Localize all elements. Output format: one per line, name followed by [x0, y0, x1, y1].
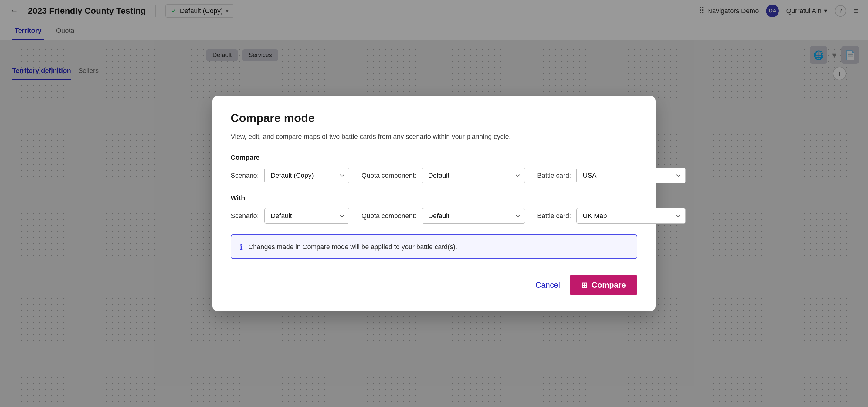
with-scenario-label: Scenario:: [231, 212, 259, 220]
with-quota-label: Quota component:: [362, 212, 416, 220]
compare-scenario-label: Scenario:: [231, 172, 259, 179]
with-section: With Scenario: Default (Copy) Default Qu…: [231, 194, 637, 224]
with-quota-select[interactable]: Default: [422, 208, 525, 224]
compare-quota-label: Quota component:: [362, 172, 416, 179]
with-quota-field: Quota component: Default: [362, 208, 525, 224]
with-scenario-select[interactable]: Default (Copy) Default: [265, 208, 349, 224]
cancel-button[interactable]: Cancel: [535, 280, 560, 290]
info-box: ℹ Changes made in Compare mode will be a…: [231, 234, 637, 259]
with-battlecard-field: Battle card: USA UK Map: [537, 208, 686, 224]
compare-section-label: Compare: [231, 154, 637, 162]
compare-quota-field: Quota component: Default: [362, 168, 525, 183]
compare-battlecard-select[interactable]: USA UK Map: [576, 168, 686, 183]
info-text: Changes made in Compare mode will be app…: [248, 242, 457, 252]
modal-footer: Cancel ⊞ Compare: [231, 275, 637, 295]
with-row: Scenario: Default (Copy) Default Quota c…: [231, 208, 637, 224]
compare-scenario-field: Scenario: Default (Copy) Default: [231, 168, 349, 183]
compare-btn-icon: ⊞: [581, 281, 587, 289]
modal-title: Compare mode: [231, 112, 637, 125]
with-section-label: With: [231, 194, 637, 202]
compare-mode-modal: Compare mode View, edit, and compare map…: [212, 96, 656, 311]
with-battlecard-label: Battle card:: [537, 212, 571, 220]
compare-battlecard-field: Battle card: USA UK Map: [537, 168, 686, 183]
modal-overlay: Compare mode View, edit, and compare map…: [0, 0, 868, 407]
with-battlecard-select[interactable]: USA UK Map: [576, 208, 686, 224]
modal-description: View, edit, and compare maps of two batt…: [231, 132, 637, 142]
compare-quota-select[interactable]: Default: [422, 168, 525, 183]
with-scenario-field: Scenario: Default (Copy) Default: [231, 208, 349, 224]
compare-row: Scenario: Default (Copy) Default Quota c…: [231, 168, 637, 183]
compare-button[interactable]: ⊞ Compare: [570, 275, 637, 295]
compare-btn-label: Compare: [591, 280, 626, 290]
compare-battlecard-label: Battle card:: [537, 172, 571, 179]
compare-scenario-select[interactable]: Default (Copy) Default: [265, 168, 349, 183]
info-icon: ℹ: [240, 242, 243, 252]
